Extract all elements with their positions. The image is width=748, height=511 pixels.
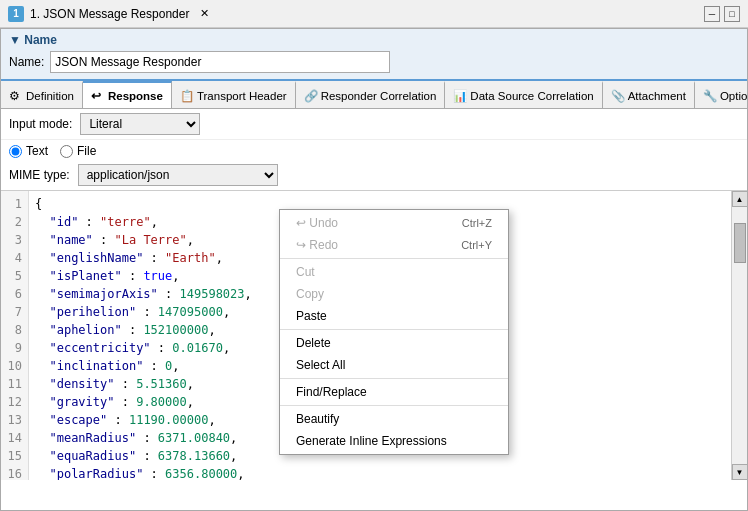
- undo-shortcut: Ctrl+Z: [462, 217, 492, 229]
- correlation-icon: 🔗: [304, 89, 318, 103]
- scrollbar-arrow-down[interactable]: ▼: [732, 464, 748, 480]
- transport-icon: 📋: [180, 89, 194, 103]
- menu-item-paste[interactable]: Paste: [280, 305, 508, 327]
- mime-select[interactable]: application/json text/plain text/xml app…: [78, 164, 278, 186]
- definition-icon: ⚙: [9, 89, 23, 103]
- app-icon: 1: [8, 6, 24, 22]
- scrollbar-thumb[interactable]: [734, 223, 746, 263]
- tab-transport-header[interactable]: 📋 Transport Header: [172, 81, 296, 108]
- line-numbers: 123456789101112131415161718192021: [1, 191, 29, 480]
- minimize-button[interactable]: ─: [704, 6, 720, 22]
- name-section-title: ▼ Name: [9, 33, 739, 47]
- radio-row: Text File: [1, 140, 747, 162]
- scrollbar-vertical[interactable]: ▲ ▼: [731, 191, 747, 480]
- title-bar-controls: ─ □: [704, 6, 740, 22]
- window-title: 1. JSON Message Responder: [30, 7, 189, 21]
- menu-separator-1: [280, 258, 508, 259]
- mime-row: MIME type: application/json text/plain t…: [1, 162, 747, 190]
- tab-attachment[interactable]: 📎 Attachment: [603, 81, 695, 108]
- options-icon: 🔧: [703, 89, 717, 103]
- radio-text[interactable]: Text: [9, 144, 48, 158]
- tab-responder-correlation[interactable]: 🔗 Responder Correlation: [296, 81, 446, 108]
- menu-separator-4: [280, 405, 508, 406]
- mime-label: MIME type:: [9, 168, 70, 182]
- tab-options[interactable]: 🔧 Options: [695, 81, 747, 108]
- maximize-button[interactable]: □: [724, 6, 740, 22]
- editor-area: 123456789101112131415161718192021 { "id"…: [1, 190, 747, 480]
- scrollbar-arrow-up[interactable]: ▲: [732, 191, 748, 207]
- title-bar: 1 1. JSON Message Responder ✕ ─ □: [0, 0, 748, 28]
- tab-data-source-correlation[interactable]: 📊 Data Source Correlation: [445, 81, 602, 108]
- tab-response[interactable]: ↩ Response: [83, 81, 172, 108]
- input-mode-label: Input mode:: [9, 117, 72, 131]
- redo-shortcut: Ctrl+Y: [461, 239, 492, 251]
- title-bar-left: 1 1. JSON Message Responder ✕: [8, 6, 214, 22]
- name-section: ▼ Name Name:: [1, 29, 747, 81]
- menu-item-delete[interactable]: Delete: [280, 332, 508, 354]
- menu-item-find-replace[interactable]: Find/Replace: [280, 381, 508, 403]
- input-mode-select[interactable]: Literal Expression: [80, 113, 200, 135]
- tab-definition[interactable]: ⚙ Definition: [1, 81, 83, 108]
- tabs-bar: ⚙ Definition ↩ Response 📋 Transport Head…: [1, 81, 747, 109]
- response-icon: ↩: [91, 89, 105, 103]
- menu-separator-3: [280, 378, 508, 379]
- toolbar-row: Input mode: Literal Expression: [1, 109, 747, 140]
- name-label: Name:: [9, 55, 44, 69]
- main-panel: ▼ Name Name: ⚙ Definition ↩ Response 📋 T…: [0, 28, 748, 511]
- context-menu: ↩ Undo Ctrl+Z ↪ Redo Ctrl+Y Cut Copy Pas…: [279, 209, 509, 455]
- datasource-icon: 📊: [453, 89, 467, 103]
- menu-separator-2: [280, 329, 508, 330]
- attachment-icon: 📎: [611, 89, 625, 103]
- name-row: Name:: [9, 51, 739, 73]
- menu-item-select-all[interactable]: Select All: [280, 354, 508, 376]
- menu-item-generate-inline[interactable]: Generate Inline Expressions: [280, 430, 508, 452]
- name-input[interactable]: [50, 51, 390, 73]
- menu-item-cut[interactable]: Cut: [280, 261, 508, 283]
- menu-item-redo[interactable]: ↪ Redo Ctrl+Y: [280, 234, 508, 256]
- menu-item-beautify[interactable]: Beautify: [280, 408, 508, 430]
- radio-file[interactable]: File: [60, 144, 96, 158]
- tab-close-button[interactable]: ✕: [195, 6, 214, 21]
- menu-item-copy[interactable]: Copy: [280, 283, 508, 305]
- menu-item-undo[interactable]: ↩ Undo Ctrl+Z: [280, 212, 508, 234]
